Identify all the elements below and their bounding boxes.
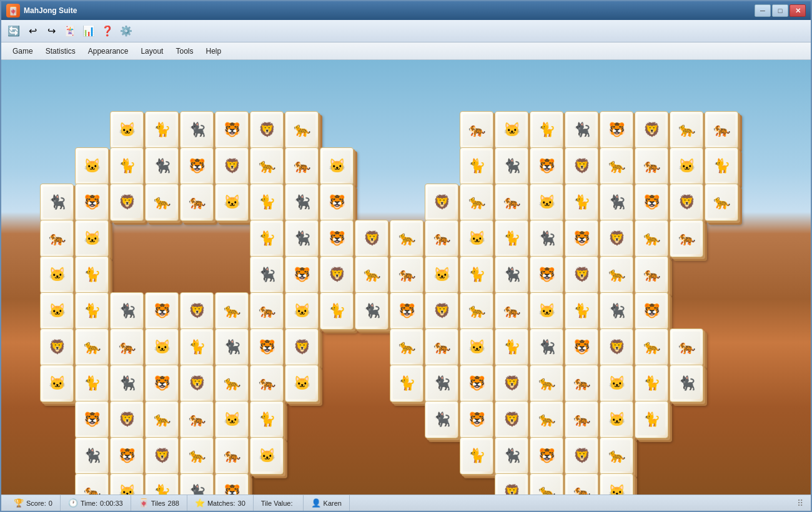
tile[interactable]: 🐱	[285, 292, 319, 330]
tile[interactable]: 🐱	[215, 184, 249, 221]
tile[interactable]: 🐈‍⬛	[110, 292, 144, 330]
tile[interactable]: 🐆	[145, 184, 179, 221]
tile[interactable]: 🐯	[530, 437, 563, 475]
tile[interactable]: 🐈	[145, 473, 179, 495]
tile[interactable]: 🦁	[320, 256, 354, 293]
deal-icon[interactable]: 🃏	[61, 22, 79, 40]
maximize-button[interactable]: □	[772, 4, 788, 17]
tile[interactable]: 🦁	[425, 292, 458, 330]
tile[interactable]: 🐈	[75, 256, 109, 293]
tile[interactable]: 🐈	[250, 220, 284, 257]
tile[interactable]: 🐅	[705, 111, 738, 149]
tile[interactable]: 🐈	[75, 292, 109, 330]
tile[interactable]: 🐆	[180, 437, 214, 475]
tile[interactable]: 🐯	[215, 473, 249, 495]
menu-help[interactable]: Help	[199, 44, 227, 58]
tile[interactable]: 🐈‍⬛	[110, 365, 144, 402]
tile[interactable]: 🦁	[495, 365, 528, 402]
minimize-button[interactable]: ─	[755, 4, 771, 17]
tile[interactable]: 🦁	[215, 147, 249, 185]
tile[interactable]: 🦁	[355, 220, 389, 257]
tile[interactable]: 🐯	[75, 184, 109, 221]
tile[interactable]: 🐈	[565, 292, 598, 330]
tile[interactable]: 🐯	[390, 292, 423, 330]
tile[interactable]: 🦁	[425, 184, 458, 221]
tile[interactable]: 🐆	[600, 437, 633, 475]
tile[interactable]: 🐆	[215, 365, 249, 402]
tile[interactable]: 🐯	[285, 256, 319, 293]
tile[interactable]: 🐯	[600, 111, 633, 149]
close-button[interactable]: ✕	[790, 4, 806, 17]
tile[interactable]: 🐅	[670, 220, 703, 257]
tile[interactable]: 🐈‍⬛	[285, 220, 319, 257]
tile[interactable]: 🐈	[705, 147, 738, 185]
tile[interactable]: 🐅	[425, 328, 458, 366]
tile[interactable]: 🐱	[40, 256, 74, 293]
tile[interactable]: 🦁	[180, 292, 214, 330]
tile[interactable]: 🐅	[40, 220, 74, 257]
tile[interactable]: 🐆	[215, 292, 249, 330]
tile[interactable]: 🐈‍⬛	[530, 328, 563, 366]
tile[interactable]: 🐯	[215, 111, 249, 149]
tile[interactable]: 🐯	[635, 184, 668, 221]
tile[interactable]: 🐈	[110, 147, 144, 185]
tile[interactable]: 🐈‍⬛	[495, 437, 528, 475]
tile[interactable]: 🐱	[320, 147, 354, 185]
tile[interactable]: 🐈	[635, 365, 668, 402]
tile[interactable]: 🐈	[390, 365, 423, 402]
tile[interactable]: 🐈‍⬛	[425, 401, 458, 438]
tile[interactable]: 🦁	[180, 365, 214, 402]
tile[interactable]: 🐱	[530, 292, 563, 330]
tile[interactable]: 🐱	[600, 401, 633, 438]
tile[interactable]: 🐆	[600, 256, 633, 293]
tile[interactable]: 🐅	[635, 256, 668, 293]
tile[interactable]: 🦁	[110, 184, 144, 221]
tile[interactable]: 🐈‍⬛	[495, 147, 528, 185]
tile[interactable]: 🐅	[75, 473, 109, 495]
tile[interactable]: 🐈	[75, 365, 109, 402]
tile[interactable]: 🐯	[145, 292, 179, 330]
tile[interactable]: 🦁	[600, 220, 633, 257]
tile[interactable]: 🐆	[355, 256, 389, 293]
tile[interactable]: 🦁	[495, 401, 528, 438]
tile[interactable]: 🦁	[145, 437, 179, 475]
tile[interactable]: 🐈	[495, 328, 528, 366]
new-game-icon[interactable]: 🔄	[5, 22, 22, 40]
tile[interactable]: 🐈	[320, 292, 354, 330]
tile[interactable]: 🐈‍⬛	[600, 184, 633, 221]
tile[interactable]: 🐅	[495, 184, 528, 221]
tile[interactable]: 🐅	[565, 473, 598, 495]
tile[interactable]: 🐱	[250, 437, 284, 475]
tile[interactable]: 🐱	[75, 220, 109, 257]
tile[interactable]: 🐆	[705, 184, 738, 221]
tile[interactable]: 🐈‍⬛	[565, 111, 598, 149]
tile[interactable]: 🦁	[565, 256, 598, 293]
tile[interactable]: 🐅	[180, 401, 214, 438]
tile[interactable]: 🐱	[600, 473, 633, 495]
tile[interactable]: 🐈‍⬛	[285, 184, 319, 221]
tile[interactable]: 🐱	[285, 365, 319, 402]
tile[interactable]: 🦁	[110, 401, 144, 438]
undo-icon[interactable]: ↩	[24, 22, 41, 40]
tile[interactable]: 🐈	[495, 220, 528, 257]
tile[interactable]: 🐈	[460, 147, 493, 185]
tile[interactable]: 🐈‍⬛	[180, 473, 214, 495]
tile[interactable]: 🐱	[110, 111, 144, 149]
tile[interactable]: 🐆	[250, 147, 284, 185]
tile[interactable]: 🐆	[530, 401, 563, 438]
tile[interactable]: 🦁	[565, 437, 598, 475]
tile[interactable]: 🐆	[530, 473, 563, 495]
tile[interactable]: 🐈	[460, 256, 493, 293]
tile[interactable]: 🐅	[565, 401, 598, 438]
tile[interactable]: 🐈	[460, 437, 493, 475]
tile[interactable]: 🐅	[215, 437, 249, 475]
tile[interactable]: 🦁	[600, 328, 633, 366]
tile[interactable]: 🐈	[635, 401, 668, 438]
tile[interactable]: 🐈‍⬛	[530, 220, 563, 257]
tile[interactable]: 🐆	[390, 328, 423, 366]
tile[interactable]: 🐯	[145, 365, 179, 402]
tile[interactable]: 🐱	[460, 220, 493, 257]
tile[interactable]: 🐯	[460, 365, 493, 402]
tile[interactable]: 🐅	[460, 111, 493, 149]
tile[interactable]: 🐯	[565, 220, 598, 257]
